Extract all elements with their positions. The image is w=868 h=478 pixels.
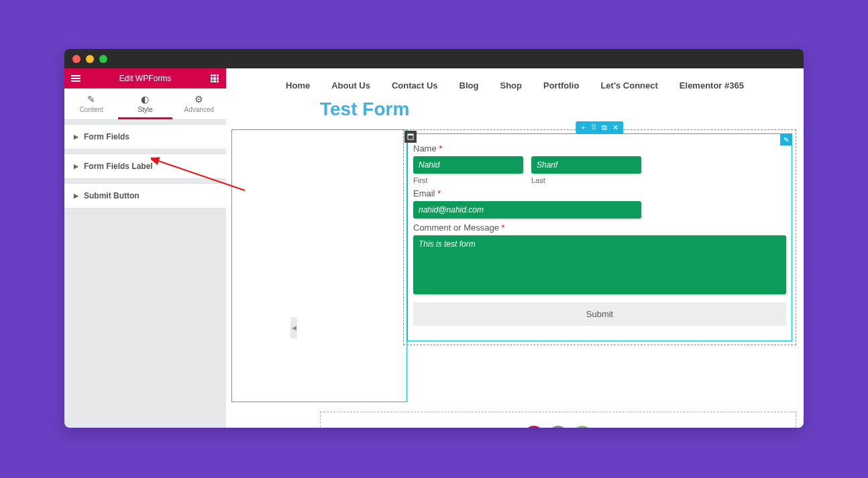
- duplicate-section-icon[interactable]: ⧉: [602, 123, 607, 132]
- comment-label: Comment or Message *: [413, 223, 786, 233]
- submit-button[interactable]: Submit: [413, 302, 786, 326]
- envato-button[interactable]: [572, 426, 592, 428]
- panel-form-fields[interactable]: ▶ Form Fields: [64, 125, 226, 150]
- titlebar: [64, 49, 804, 68]
- panel-label: Form Fields Label: [84, 162, 153, 171]
- sidebar-header: Edit WPForms: [64, 68, 226, 88]
- last-sublabel: Last: [531, 176, 641, 184]
- nav-portfolio[interactable]: Portfolio: [543, 80, 579, 91]
- tab-style[interactable]: ◐ Style: [118, 88, 172, 119]
- site-nav: Home About Us Contact Us Blog Shop Portf…: [226, 68, 804, 96]
- maximize-icon[interactable]: [99, 55, 107, 63]
- edit-widget-icon[interactable]: ✎: [780, 133, 792, 145]
- first-sublabel: First: [413, 176, 523, 184]
- nav-contact[interactable]: Contact Us: [392, 80, 438, 91]
- collapse-sidebar-icon[interactable]: ◀: [290, 317, 297, 339]
- section-outline[interactable]: [231, 129, 407, 402]
- delete-section-icon[interactable]: ✕: [612, 123, 618, 132]
- tab-advanced-label: Advanced: [184, 106, 214, 113]
- pencil-icon: ✎: [64, 94, 118, 105]
- tab-style-label: Style: [138, 106, 152, 113]
- svg-rect-1: [408, 134, 413, 135]
- nav-home[interactable]: Home: [286, 80, 310, 91]
- add-section-icon[interactable]: +: [581, 123, 585, 131]
- template-button[interactable]: [548, 426, 568, 428]
- close-icon[interactable]: [72, 55, 80, 63]
- first-name-input[interactable]: [413, 156, 523, 174]
- panel-list: ▶ Form Fields ▶ Form Fields Label ▶ Subm…: [64, 120, 226, 428]
- preview-canvas: Home About Us Contact Us Blog Shop Portf…: [226, 68, 804, 428]
- nav-elementor[interactable]: Elementor #365: [680, 80, 744, 91]
- page-title: Test Form: [226, 96, 804, 125]
- name-label: Name *: [413, 143, 786, 154]
- widget-section[interactable]: + ⠿ ⧉ ✕ ✎ Name * First: [403, 129, 796, 345]
- last-name-input[interactable]: [531, 156, 641, 174]
- email-input[interactable]: [413, 201, 641, 219]
- drag-section-icon[interactable]: ⠿: [591, 123, 596, 132]
- section-toolbar: + ⠿ ⧉ ✕: [576, 121, 623, 133]
- nav-connect[interactable]: Let's Connect: [600, 80, 657, 91]
- drop-zone[interactable]: + Drag widget here: [320, 412, 796, 428]
- caret-right-icon: ▶: [74, 133, 78, 140]
- app-window: Edit WPForms ✎ Content ◐ Style ⚙ Advance…: [64, 49, 804, 428]
- tab-content-label: Content: [80, 106, 103, 113]
- nav-blog[interactable]: Blog: [459, 80, 479, 91]
- sidebar-title: Edit WPForms: [80, 74, 210, 83]
- gear-icon: ⚙: [172, 94, 226, 105]
- contrast-icon: ◐: [118, 94, 172, 105]
- content-area: Edit WPForms ✎ Content ◐ Style ⚙ Advance…: [64, 68, 804, 428]
- nav-shop[interactable]: Shop: [500, 80, 522, 91]
- widget-wpforms[interactable]: ✎ Name * First Last: [407, 133, 792, 341]
- test-form: Name * First Last Email *: [408, 134, 792, 341]
- menu-icon[interactable]: [71, 74, 80, 83]
- add-widget-button[interactable]: +: [524, 426, 544, 428]
- panel-label: Submit Button: [84, 191, 140, 200]
- nav-about[interactable]: About Us: [331, 80, 370, 91]
- apps-icon[interactable]: [210, 74, 219, 83]
- caret-right-icon: ▶: [74, 163, 78, 170]
- caret-right-icon: ▶: [74, 192, 78, 199]
- sidebar: Edit WPForms ✎ Content ◐ Style ⚙ Advance…: [64, 68, 226, 428]
- widget-handle-icon[interactable]: [404, 131, 417, 143]
- email-label: Email *: [413, 188, 786, 198]
- panel-form-fields-label[interactable]: ▶ Form Fields Label: [64, 154, 226, 179]
- comment-textarea[interactable]: [413, 235, 786, 294]
- minimize-icon[interactable]: [86, 55, 94, 63]
- tab-content[interactable]: ✎ Content: [64, 88, 118, 119]
- panel-submit-button[interactable]: ▶ Submit Button: [64, 184, 226, 208]
- tab-advanced[interactable]: ⚙ Advanced: [172, 88, 226, 119]
- panel-label: Form Fields: [84, 132, 129, 141]
- editor-tabs: ✎ Content ◐ Style ⚙ Advanced: [64, 88, 226, 120]
